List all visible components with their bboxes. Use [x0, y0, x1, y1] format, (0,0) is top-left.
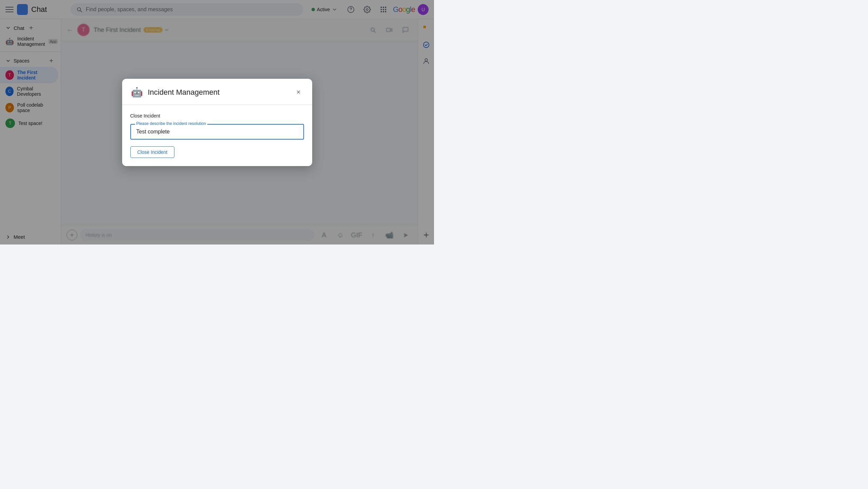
dialog-header-left: 🤖 Incident Management — [130, 86, 220, 99]
dialog-title: Incident Management — [148, 88, 220, 97]
modal-overlay[interactable]: 🤖 Incident Management × Close Incident P… — [0, 0, 434, 244]
dialog-body: Close Incident Please describe the incid… — [122, 105, 312, 166]
incident-management-dialog: 🤖 Incident Management × Close Incident P… — [122, 79, 312, 166]
dialog-robot-icon: 🤖 — [130, 86, 144, 99]
dialog-header: 🤖 Incident Management × — [122, 79, 312, 105]
resolution-input-container: Please describe the incident resolution — [130, 124, 304, 140]
dialog-section-label: Close Incident — [130, 113, 304, 119]
input-floating-label: Please describe the incident resolution — [135, 121, 207, 126]
resolution-input[interactable] — [136, 129, 298, 135]
close-incident-button[interactable]: Close Incident — [130, 146, 175, 158]
dialog-close-button[interactable]: × — [293, 87, 304, 98]
